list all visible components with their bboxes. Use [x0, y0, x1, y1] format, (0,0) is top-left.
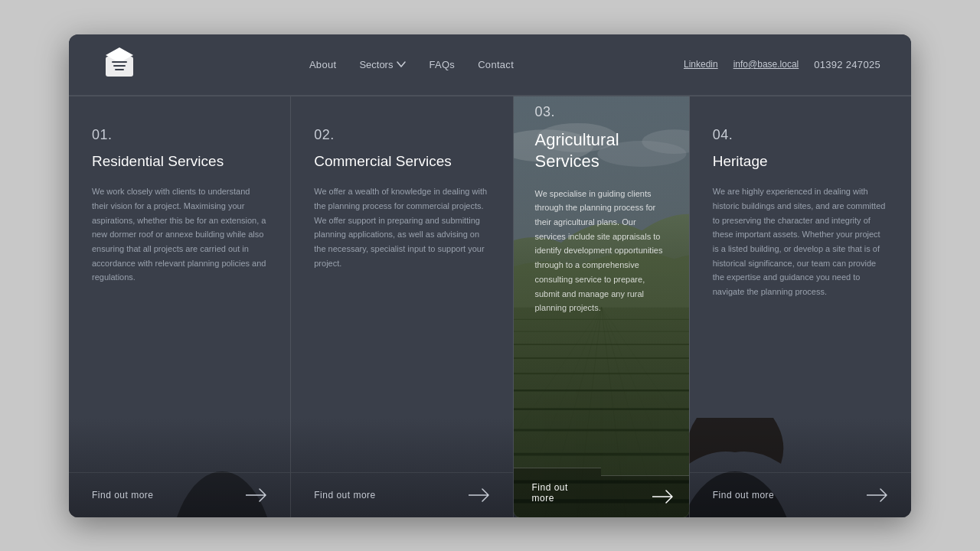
nav-center: About Sectors FAQs Contact: [139, 59, 684, 70]
agricultural-card: 03. Agricultural Services We specialise …: [514, 96, 689, 517]
nav-phone: 01392 247025: [814, 59, 880, 70]
nav-right: Linkedin info@base.local 01392 247025: [684, 59, 880, 70]
service-3-title: Agricultural Services: [535, 129, 668, 173]
main-content: 01. Residential Services We work closely…: [69, 96, 911, 517]
arrow-right-icon-3: [652, 490, 674, 504]
services-grid: 01. Residential Services We work closely…: [69, 96, 911, 517]
nav-contact[interactable]: Contact: [478, 59, 514, 70]
nav-linkedin[interactable]: Linkedin: [684, 59, 718, 70]
nav-sectors[interactable]: Sectors: [359, 59, 406, 70]
nav-email[interactable]: info@base.local: [733, 59, 799, 70]
service-3-cta-label[interactable]: Find out more: [514, 468, 602, 517]
service-3-desc: We specialise in guiding clients through…: [535, 187, 668, 315]
service-2-num: 02.: [314, 127, 489, 143]
service-commercial: 02. Commercial Services We offer a wealt…: [291, 96, 513, 517]
navbar: About Sectors FAQs Contact Linkedin info…: [69, 34, 911, 96]
service-4-desc: We are highly experienced in dealing wit…: [713, 184, 888, 471]
arrow-right-icon-4: [867, 488, 888, 502]
service-3-cta-arrow[interactable]: [601, 475, 689, 517]
service-1-cta[interactable]: Find out more: [69, 472, 290, 517]
logo-icon: [100, 44, 139, 84]
service-2-desc: We offer a wealth of knowledge in dealin…: [314, 184, 489, 471]
agricultural-text-overlay: 03. Agricultural Services We specialise …: [514, 96, 689, 315]
service-4-title: Heritage: [713, 152, 888, 171]
service-heritage: 04. Heritage We are highly experienced i…: [690, 96, 911, 517]
service-4-num: 04.: [713, 127, 888, 143]
svg-rect-4: [115, 69, 124, 70]
service-3-num: 03.: [535, 104, 668, 120]
browser-window: About Sectors FAQs Contact Linkedin info…: [69, 34, 911, 517]
logo[interactable]: [100, 44, 139, 84]
chevron-down-icon: [397, 61, 406, 67]
service-2-title: Commercial Services: [314, 152, 489, 171]
arrow-right-icon: [246, 488, 267, 502]
service-residential: 01. Residential Services We work closely…: [69, 96, 291, 517]
service-1-num: 01.: [92, 127, 267, 143]
arrow-right-icon-2: [469, 488, 490, 502]
service-agricultural: 03. Agricultural Services We specialise …: [514, 96, 690, 517]
service-1-desc: We work closely with clients to understa…: [92, 184, 267, 471]
nav-faqs[interactable]: FAQs: [429, 59, 455, 70]
svg-rect-3: [113, 65, 126, 67]
service-1-title: Residential Services: [92, 152, 267, 171]
service-4-cta[interactable]: Find out more: [690, 472, 911, 517]
service-2-cta[interactable]: Find out more: [291, 472, 512, 517]
svg-rect-2: [112, 61, 127, 63]
nav-about[interactable]: About: [309, 59, 336, 70]
